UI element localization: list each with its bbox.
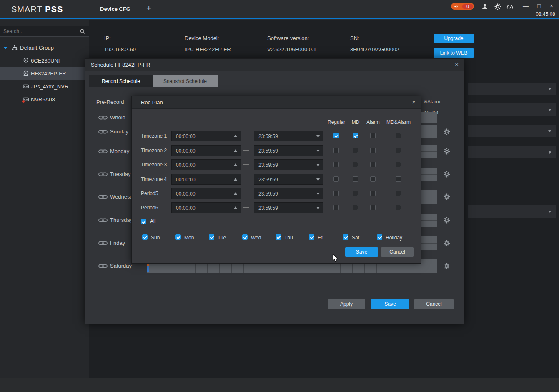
new-tab-button[interactable]: + <box>146 3 151 13</box>
gear-icon[interactable] <box>494 3 501 10</box>
alarm-checkbox[interactable] <box>370 148 376 153</box>
spinner-down-icon[interactable] <box>316 135 320 138</box>
regular-checkbox[interactable] <box>333 176 339 182</box>
start-time-input[interactable]: 00:00:00 <box>171 159 241 170</box>
link-icon[interactable] <box>98 149 108 154</box>
end-time-input[interactable]: 23:59:59 <box>254 202 323 213</box>
link-to-web-button[interactable]: Link to WEB <box>434 48 474 58</box>
spinner-up-icon[interactable] <box>234 135 237 137</box>
tab-record-schedule[interactable]: Record Schedule <box>89 75 153 87</box>
start-time-input[interactable]: 00:00:00 <box>171 188 241 199</box>
spinner-down-icon[interactable] <box>316 164 320 166</box>
spinner-up-icon[interactable] <box>234 163 237 166</box>
md-checkbox[interactable] <box>353 133 358 138</box>
gear-icon[interactable] <box>444 217 450 224</box>
spinner-down-icon[interactable] <box>316 207 320 209</box>
spinner-up-icon[interactable] <box>234 178 237 181</box>
md-checkbox[interactable] <box>353 162 358 167</box>
upgrade-button[interactable]: Upgrade <box>434 34 474 43</box>
tree-item-hf8242fp-fr[interactable]: HF8242FP-FR <box>0 67 89 80</box>
cancel-button[interactable]: Cancel <box>381 247 414 257</box>
md-alarm-checkbox[interactable] <box>396 148 401 153</box>
day-checkbox-thu[interactable] <box>276 234 281 240</box>
chevron-down-icon[interactable] <box>3 47 8 49</box>
search-icon[interactable] <box>80 28 85 34</box>
start-time-input[interactable]: 00:00:00 <box>171 131 241 141</box>
day-checkbox-sun[interactable] <box>142 234 148 240</box>
regular-checkbox[interactable] <box>333 191 339 196</box>
link-icon[interactable] <box>98 172 108 177</box>
config-dropdown[interactable] <box>468 83 556 95</box>
save-button[interactable]: Save <box>371 299 409 309</box>
gear-icon[interactable] <box>444 148 450 155</box>
md-checkbox[interactable] <box>353 148 358 153</box>
tree-item-jps-4xxx-nvr[interactable]: JPs_4xxx_NVR <box>0 80 89 93</box>
regular-checkbox[interactable] <box>333 162 339 167</box>
regular-checkbox[interactable] <box>333 205 339 210</box>
close-icon[interactable]: × <box>412 98 416 106</box>
config-dropdown[interactable] <box>468 103 556 116</box>
tree-group-default[interactable]: Default Group <box>0 41 89 54</box>
alarm-badge[interactable]: 0 <box>451 3 474 10</box>
alarm-checkbox[interactable] <box>370 191 376 196</box>
maximize-button[interactable]: □ <box>535 3 543 9</box>
day-checkbox-tue[interactable] <box>209 234 214 240</box>
start-time-input[interactable]: 00:00:00 <box>171 145 241 156</box>
md-alarm-checkbox[interactable] <box>396 191 401 196</box>
md-alarm-checkbox[interactable] <box>396 133 401 138</box>
gear-icon[interactable] <box>444 263 450 269</box>
regular-checkbox[interactable] <box>333 133 339 138</box>
link-icon[interactable] <box>98 218 108 223</box>
link-icon[interactable] <box>98 264 108 269</box>
gear-icon[interactable] <box>444 171 450 178</box>
end-time-input[interactable]: 23:59:59 <box>254 188 323 199</box>
alarm-checkbox[interactable] <box>370 176 376 182</box>
alarm-checkbox[interactable] <box>370 133 376 138</box>
end-time-input[interactable]: 23:59:59 <box>254 159 323 170</box>
md-alarm-checkbox[interactable] <box>396 205 401 210</box>
day-checkbox-mon[interactable] <box>175 234 181 240</box>
close-button[interactable]: × <box>548 3 555 9</box>
regular-checkbox[interactable] <box>333 148 339 153</box>
link-icon[interactable] <box>98 129 108 134</box>
md-alarm-checkbox[interactable] <box>396 176 401 182</box>
day-checkbox-wed[interactable] <box>242 234 248 240</box>
spinner-up-icon[interactable] <box>234 192 237 195</box>
tree-item-6ce230uni[interactable]: 6CE230UNI <box>0 54 89 67</box>
link-icon[interactable] <box>98 115 108 120</box>
tab-snapshot-schedule[interactable]: Snapshot Schedule <box>153 75 218 87</box>
link-icon[interactable] <box>98 194 108 199</box>
spinner-up-icon[interactable] <box>234 149 237 152</box>
spinner-down-icon[interactable] <box>316 193 320 195</box>
spinner-down-icon[interactable] <box>316 178 320 181</box>
config-dropdown[interactable] <box>468 125 556 137</box>
all-checkbox[interactable] <box>141 219 146 224</box>
tree-item-nvr6a08[interactable]: NVR6A08 <box>0 93 89 106</box>
end-time-input[interactable]: 23:59:59 <box>254 131 323 141</box>
gear-icon[interactable] <box>444 240 450 246</box>
gear-icon[interactable] <box>444 128 450 135</box>
day-checkbox-sat[interactable] <box>343 234 348 240</box>
search-input[interactable] <box>0 26 77 36</box>
spinner-down-icon[interactable] <box>316 150 320 152</box>
config-dropdown[interactable] <box>468 146 556 158</box>
user-icon[interactable] <box>481 3 488 10</box>
end-time-input[interactable]: 23:59:59 <box>254 145 323 156</box>
link-icon[interactable] <box>98 241 108 246</box>
cancel-button[interactable]: Cancel <box>414 299 454 309</box>
gauge-icon[interactable] <box>506 3 513 10</box>
spinner-up-icon[interactable] <box>234 206 237 209</box>
gear-icon[interactable] <box>444 193 450 200</box>
minimize-button[interactable]: — <box>522 3 529 9</box>
md-alarm-checkbox[interactable] <box>396 162 401 167</box>
alarm-checkbox[interactable] <box>370 162 376 167</box>
close-icon[interactable]: × <box>455 61 459 68</box>
end-time-input[interactable]: 23:59:59 <box>254 174 323 185</box>
alarm-checkbox[interactable] <box>370 205 376 210</box>
config-dropdown[interactable] <box>468 205 556 218</box>
day-checkbox-holiday[interactable] <box>377 234 382 240</box>
start-time-input[interactable]: 00:00:00 <box>171 202 241 213</box>
md-checkbox[interactable] <box>353 191 358 196</box>
md-checkbox[interactable] <box>353 205 358 210</box>
start-time-input[interactable]: 00:00:00 <box>171 174 241 185</box>
